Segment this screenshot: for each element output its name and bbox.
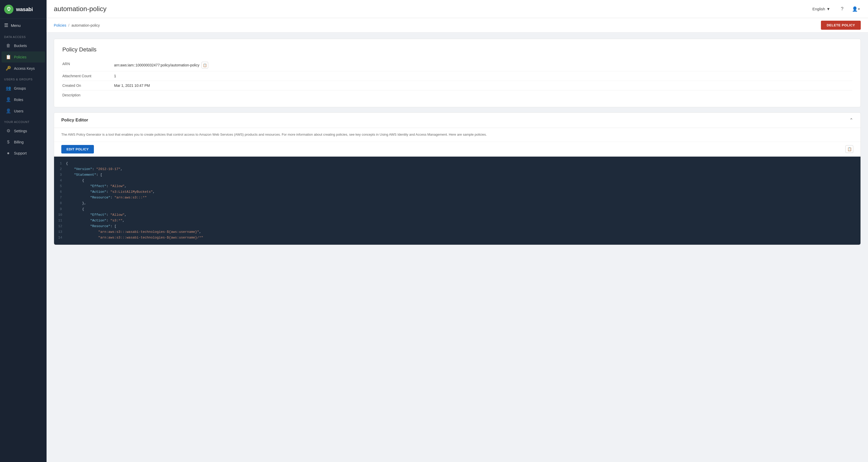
sidebar-item-label-roles: Roles <box>14 98 23 102</box>
sidebar-section-data-access: Data Access 🗑 Buckets 📋 Policies 🔑 Acces… <box>0 32 46 74</box>
language-selector[interactable]: English ▼ <box>810 5 833 13</box>
code-line-14: 14 "arn:aws:s3:::wasabi-technologies-${a… <box>54 235 861 240</box>
bucket-icon: 🗑 <box>6 43 11 48</box>
logo-icon <box>4 5 13 14</box>
line-content-7: "Resource": "arn:aws:s3:::*" <box>66 195 147 200</box>
sidebar-item-billing[interactable]: $ Billing <box>2 137 45 147</box>
sidebar: wasabi ☰ Menu Data Access 🗑 Buckets 📋 Po… <box>0 0 46 462</box>
sidebar-item-label-users: Users <box>14 109 24 113</box>
line-num-2: 2 <box>58 166 66 172</box>
code-line-13: 13 "arn:aws:s3:::wasabi-technologies-${a… <box>54 229 861 235</box>
detail-row-description: Description <box>62 91 852 100</box>
policy-editor-description: The AWS Policy Generator is a tool that … <box>54 128 861 142</box>
detail-label-attachment-count: Attachment Count <box>62 74 114 78</box>
line-num-10: 10 <box>58 212 66 218</box>
help-icon: ? <box>841 6 843 12</box>
line-num-11: 11 <box>58 218 66 224</box>
help-button[interactable]: ? <box>837 4 847 14</box>
code-line-2: 2 "Version": "2012-10-17", <box>54 166 861 172</box>
breadcrumb-policies-link[interactable]: Policies <box>54 23 66 27</box>
line-content-6: "Action": "s3:ListAllMyBuckets", <box>66 189 155 195</box>
sidebar-item-label-settings: Settings <box>14 129 27 133</box>
sidebar-item-support[interactable]: ● Support <box>2 148 45 159</box>
sidebar-item-policies[interactable]: 📋 Policies <box>2 52 45 63</box>
line-content-1: { <box>66 161 68 166</box>
sidebar-item-settings[interactable]: ⚙ Settings <box>2 125 45 136</box>
line-num-7: 7 <box>58 195 66 200</box>
arn-copy-button[interactable]: 📋 <box>202 62 208 68</box>
sidebar-item-label-support: Support <box>14 151 27 155</box>
detail-value-created-on: Mar 1, 2021 10:47 PM <box>114 84 150 88</box>
breadcrumb-bar: Policies / automation-policy DELETE POLI… <box>46 18 868 33</box>
language-label: English <box>812 7 825 11</box>
policy-details-title: Policy Details <box>62 46 852 53</box>
page-title: automation-policy <box>54 5 106 13</box>
detail-label-created-on: Created On <box>62 84 114 88</box>
policy-copy-button[interactable]: 📋 <box>845 145 853 153</box>
code-editor: 1 { 2 "Version": "2012-10-17", 3 "Statem… <box>54 157 861 245</box>
topbar: automation-policy English ▼ ? 👤 ▼ <box>46 0 868 18</box>
code-line-11: 11 "Action": "s3:*", <box>54 218 861 224</box>
policy-editor-chevron-icon: ⌃ <box>849 117 853 123</box>
sidebar-item-roles[interactable]: 👤 Roles <box>2 94 45 105</box>
line-num-8: 8 <box>58 200 66 206</box>
user-button[interactable]: 👤 ▼ <box>851 4 861 14</box>
billing-icon: $ <box>6 139 11 145</box>
section-label-your-account: Your Account <box>0 117 46 125</box>
line-num-4: 4 <box>58 178 66 184</box>
code-line-8: 8 }, <box>54 200 861 206</box>
line-num-12: 12 <box>58 224 66 229</box>
line-num-1: 1 <box>58 161 66 166</box>
delete-policy-button[interactable]: DELETE POLICY <box>821 21 861 30</box>
main-area: automation-policy English ▼ ? 👤 ▼ Polici… <box>46 0 868 462</box>
code-line-5: 5 "Effect": "Allow", <box>54 184 861 189</box>
section-label-data-access: Data Access <box>0 32 46 40</box>
line-content-10: "Effect": "Allow", <box>66 212 126 218</box>
arn-text: arn:aws:iam::100000032477:policy/automat… <box>114 63 199 67</box>
sidebar-item-buckets[interactable]: 🗑 Buckets <box>2 40 45 51</box>
breadcrumb: Policies / automation-policy <box>54 23 100 27</box>
policy-editor-header[interactable]: Policy Editor ⌃ <box>54 113 861 128</box>
support-icon: ● <box>6 151 11 156</box>
sidebar-item-groups[interactable]: 👥 Groups <box>2 83 45 94</box>
policy-editor-title: Policy Editor <box>61 118 88 123</box>
sidebar-item-label-billing: Billing <box>14 140 24 144</box>
language-chevron-icon: ▼ <box>826 7 830 11</box>
line-content-14: "arn:aws:s3:::wasabi-technologies-${aws:… <box>66 235 203 240</box>
topbar-right: English ▼ ? 👤 ▼ <box>810 4 861 14</box>
detail-label-description: Description <box>62 93 114 97</box>
code-line-10: 10 "Effect": "Allow", <box>54 212 861 218</box>
sidebar-item-label-policies: Policies <box>14 55 26 59</box>
users-icon: 👤 <box>6 108 11 114</box>
code-line-9: 9 { <box>54 206 861 212</box>
line-num-5: 5 <box>58 184 66 189</box>
line-content-13: "arn:aws:s3:::wasabi-technologies-${aws:… <box>66 229 201 235</box>
sidebar-item-label-buckets: Buckets <box>14 44 27 48</box>
code-line-7: 7 "Resource": "arn:aws:s3:::*" <box>54 195 861 200</box>
code-line-4: 4 { <box>54 178 861 184</box>
line-content-11: "Action": "s3:*", <box>66 218 124 224</box>
user-chevron-icon: ▼ <box>858 7 861 10</box>
sidebar-item-access-keys[interactable]: 🔑 Access Keys <box>2 63 45 74</box>
code-line-1: 1 { <box>54 161 861 166</box>
menu-toggle[interactable]: ☰ Menu <box>0 19 46 32</box>
line-num-6: 6 <box>58 189 66 195</box>
content-area: Policy Details ARN arn:aws:iam::10000003… <box>46 33 868 462</box>
line-num-9: 9 <box>58 206 66 212</box>
line-num-3: 3 <box>58 172 66 178</box>
detail-row-attachment-count: Attachment Count 1 <box>62 71 852 81</box>
sidebar-section-users-groups: Users & Groups 👥 Groups 👤 Roles 👤 Users <box>0 74 46 117</box>
sidebar-item-label-access-keys: Access Keys <box>14 66 35 70</box>
line-content-2: "Version": "2012-10-17", <box>66 166 122 172</box>
policy-editor-toolbar: EDIT POLICY 📋 <box>54 142 861 157</box>
sidebar-item-users[interactable]: 👤 Users <box>2 105 45 117</box>
logo-area: wasabi <box>0 0 46 19</box>
edit-policy-button[interactable]: EDIT POLICY <box>61 145 94 154</box>
logo-text: wasabi <box>16 6 33 12</box>
line-num-14: 14 <box>58 235 66 240</box>
groups-icon: 👥 <box>6 86 11 91</box>
policy-details-body: Policy Details ARN arn:aws:iam::10000003… <box>54 39 861 107</box>
line-content-5: "Effect": "Allow", <box>66 184 126 189</box>
line-content-8: }, <box>66 200 86 206</box>
code-line-12: 12 "Resource": [ <box>54 224 861 229</box>
